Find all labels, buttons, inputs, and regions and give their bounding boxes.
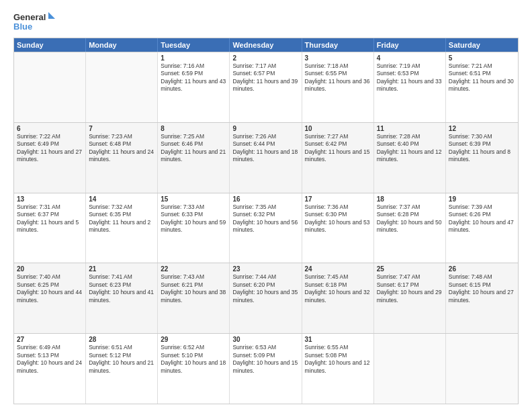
header-cell-wednesday: Wednesday bbox=[230, 38, 302, 52]
calendar-cell-19: 19Sunrise: 7:39 AMSunset: 6:26 PMDayligh… bbox=[446, 193, 518, 263]
svg-text:Blue: Blue bbox=[13, 21, 32, 32]
day-detail: Sunrise: 7:32 AMSunset: 6:35 PMDaylight:… bbox=[89, 203, 154, 234]
calendar-cell-31: 31Sunrise: 6:55 AMSunset: 5:08 PMDayligh… bbox=[302, 334, 374, 404]
calendar-cell-1: 1Sunrise: 7:16 AMSunset: 6:59 PMDaylight… bbox=[158, 52, 230, 122]
calendar-cell-22: 22Sunrise: 7:43 AMSunset: 6:21 PMDayligh… bbox=[158, 263, 230, 333]
day-number: 30 bbox=[232, 336, 298, 343]
calendar-cell-21: 21Sunrise: 7:41 AMSunset: 6:23 PMDayligh… bbox=[86, 263, 158, 333]
calendar-cell-empty bbox=[14, 52, 86, 122]
day-detail: Sunrise: 7:31 AMSunset: 6:37 PMDaylight:… bbox=[17, 203, 83, 234]
day-number: 12 bbox=[449, 125, 515, 132]
header-cell-thursday: Thursday bbox=[302, 38, 374, 52]
calendar: SundayMondayTuesdayWednesdayThursdayFrid… bbox=[13, 38, 519, 404]
day-number: 2 bbox=[232, 54, 298, 62]
logo-svg: GeneralBlue bbox=[13, 11, 60, 32]
day-detail: Sunrise: 6:52 AMSunset: 5:10 PMDaylight:… bbox=[161, 344, 226, 375]
day-number: 1 bbox=[161, 54, 226, 62]
calendar-cell-2: 2Sunrise: 7:17 AMSunset: 6:57 PMDaylight… bbox=[230, 52, 302, 122]
calendar-cell-23: 23Sunrise: 7:44 AMSunset: 6:20 PMDayligh… bbox=[230, 263, 302, 333]
day-detail: Sunrise: 6:55 AMSunset: 5:08 PMDaylight:… bbox=[305, 344, 371, 375]
calendar-header: SundayMondayTuesdayWednesdayThursdayFrid… bbox=[14, 38, 518, 52]
day-detail: Sunrise: 7:30 AMSunset: 6:39 PMDaylight:… bbox=[449, 133, 515, 164]
calendar-cell-4: 4Sunrise: 7:19 AMSunset: 6:53 PMDaylight… bbox=[374, 52, 446, 122]
calendar-cell-7: 7Sunrise: 7:23 AMSunset: 6:48 PMDaylight… bbox=[86, 123, 158, 193]
header-cell-friday: Friday bbox=[374, 38, 446, 52]
day-number: 7 bbox=[89, 125, 154, 132]
calendar-cell-empty bbox=[86, 52, 158, 122]
day-number: 18 bbox=[377, 195, 443, 203]
day-number: 20 bbox=[17, 265, 83, 273]
day-number: 17 bbox=[305, 195, 371, 203]
page: GeneralBlue SundayMondayTuesdayWednesday… bbox=[0, 0, 532, 411]
day-number: 25 bbox=[377, 265, 443, 273]
day-detail: Sunrise: 7:22 AMSunset: 6:49 PMDaylight:… bbox=[17, 133, 83, 164]
day-number: 16 bbox=[232, 195, 298, 203]
day-detail: Sunrise: 7:25 AMSunset: 6:46 PMDaylight:… bbox=[161, 133, 226, 164]
svg-text:General: General bbox=[13, 12, 46, 22]
day-number: 19 bbox=[449, 195, 515, 203]
calendar-row-0: 1Sunrise: 7:16 AMSunset: 6:59 PMDaylight… bbox=[14, 52, 518, 122]
day-number: 26 bbox=[449, 265, 515, 273]
day-number: 21 bbox=[89, 265, 154, 273]
calendar-cell-8: 8Sunrise: 7:25 AMSunset: 6:46 PMDaylight… bbox=[158, 123, 230, 193]
calendar-cell-30: 30Sunrise: 6:53 AMSunset: 5:09 PMDayligh… bbox=[230, 334, 302, 404]
calendar-body: 1Sunrise: 7:16 AMSunset: 6:59 PMDaylight… bbox=[14, 52, 518, 404]
day-number: 14 bbox=[89, 195, 154, 203]
day-detail: Sunrise: 7:47 AMSunset: 6:17 PMDaylight:… bbox=[377, 273, 443, 304]
calendar-cell-20: 20Sunrise: 7:40 AMSunset: 6:25 PMDayligh… bbox=[14, 263, 86, 333]
day-detail: Sunrise: 7:17 AMSunset: 6:57 PMDaylight:… bbox=[232, 62, 298, 93]
day-number: 28 bbox=[89, 336, 154, 343]
day-detail: Sunrise: 7:21 AMSunset: 6:51 PMDaylight:… bbox=[449, 62, 515, 93]
calendar-row-1: 6Sunrise: 7:22 AMSunset: 6:49 PMDaylight… bbox=[14, 122, 518, 193]
day-number: 3 bbox=[305, 54, 371, 62]
day-detail: Sunrise: 7:18 AMSunset: 6:55 PMDaylight:… bbox=[305, 62, 371, 93]
logo: GeneralBlue bbox=[13, 11, 60, 32]
day-detail: Sunrise: 7:36 AMSunset: 6:30 PMDaylight:… bbox=[305, 203, 371, 234]
day-detail: Sunrise: 7:16 AMSunset: 6:59 PMDaylight:… bbox=[161, 62, 226, 93]
day-detail: Sunrise: 7:40 AMSunset: 6:25 PMDaylight:… bbox=[17, 273, 83, 304]
svg-marker-2 bbox=[48, 12, 55, 19]
day-number: 8 bbox=[161, 125, 226, 132]
day-detail: Sunrise: 7:27 AMSunset: 6:42 PMDaylight:… bbox=[305, 133, 371, 164]
calendar-row-4: 27Sunrise: 6:49 AMSunset: 5:13 PMDayligh… bbox=[14, 333, 518, 404]
day-detail: Sunrise: 7:19 AMSunset: 6:53 PMDaylight:… bbox=[377, 62, 443, 93]
day-number: 29 bbox=[161, 336, 226, 343]
day-detail: Sunrise: 7:33 AMSunset: 6:33 PMDaylight:… bbox=[161, 203, 226, 234]
day-detail: Sunrise: 7:23 AMSunset: 6:48 PMDaylight:… bbox=[89, 133, 154, 164]
day-detail: Sunrise: 6:49 AMSunset: 5:13 PMDaylight:… bbox=[17, 344, 83, 375]
calendar-cell-10: 10Sunrise: 7:27 AMSunset: 6:42 PMDayligh… bbox=[302, 123, 374, 193]
day-detail: Sunrise: 7:41 AMSunset: 6:23 PMDaylight:… bbox=[89, 273, 154, 304]
calendar-row-2: 13Sunrise: 7:31 AMSunset: 6:37 PMDayligh… bbox=[14, 193, 518, 263]
calendar-cell-5: 5Sunrise: 7:21 AMSunset: 6:51 PMDaylight… bbox=[446, 52, 518, 122]
calendar-cell-25: 25Sunrise: 7:47 AMSunset: 6:17 PMDayligh… bbox=[374, 263, 446, 333]
calendar-cell-6: 6Sunrise: 7:22 AMSunset: 6:49 PMDaylight… bbox=[14, 123, 86, 193]
day-detail: Sunrise: 7:45 AMSunset: 6:18 PMDaylight:… bbox=[305, 273, 371, 304]
calendar-cell-28: 28Sunrise: 6:51 AMSunset: 5:12 PMDayligh… bbox=[86, 334, 158, 404]
day-detail: Sunrise: 7:37 AMSunset: 6:28 PMDaylight:… bbox=[377, 203, 443, 234]
day-number: 6 bbox=[17, 125, 83, 132]
calendar-cell-13: 13Sunrise: 7:31 AMSunset: 6:37 PMDayligh… bbox=[14, 193, 86, 263]
calendar-cell-14: 14Sunrise: 7:32 AMSunset: 6:35 PMDayligh… bbox=[86, 193, 158, 263]
day-number: 5 bbox=[449, 54, 515, 62]
calendar-cell-3: 3Sunrise: 7:18 AMSunset: 6:55 PMDaylight… bbox=[302, 52, 374, 122]
day-number: 10 bbox=[305, 125, 371, 132]
day-detail: Sunrise: 7:39 AMSunset: 6:26 PMDaylight:… bbox=[449, 203, 515, 234]
calendar-cell-empty bbox=[446, 334, 518, 404]
calendar-cell-24: 24Sunrise: 7:45 AMSunset: 6:18 PMDayligh… bbox=[302, 263, 374, 333]
header-cell-monday: Monday bbox=[86, 38, 158, 52]
calendar-cell-29: 29Sunrise: 6:52 AMSunset: 5:10 PMDayligh… bbox=[158, 334, 230, 404]
day-number: 13 bbox=[17, 195, 83, 203]
day-number: 9 bbox=[232, 125, 298, 132]
calendar-cell-27: 27Sunrise: 6:49 AMSunset: 5:13 PMDayligh… bbox=[14, 334, 86, 404]
day-detail: Sunrise: 7:26 AMSunset: 6:44 PMDaylight:… bbox=[232, 133, 298, 164]
calendar-cell-15: 15Sunrise: 7:33 AMSunset: 6:33 PMDayligh… bbox=[158, 193, 230, 263]
header-cell-tuesday: Tuesday bbox=[158, 38, 230, 52]
calendar-row-3: 20Sunrise: 7:40 AMSunset: 6:25 PMDayligh… bbox=[14, 263, 518, 333]
calendar-cell-17: 17Sunrise: 7:36 AMSunset: 6:30 PMDayligh… bbox=[302, 193, 374, 263]
day-number: 23 bbox=[232, 265, 298, 273]
day-detail: Sunrise: 6:51 AMSunset: 5:12 PMDaylight:… bbox=[89, 344, 154, 375]
day-number: 11 bbox=[377, 125, 443, 132]
day-detail: Sunrise: 7:28 AMSunset: 6:40 PMDaylight:… bbox=[377, 133, 443, 164]
day-number: 27 bbox=[17, 336, 83, 343]
calendar-cell-12: 12Sunrise: 7:30 AMSunset: 6:39 PMDayligh… bbox=[446, 123, 518, 193]
